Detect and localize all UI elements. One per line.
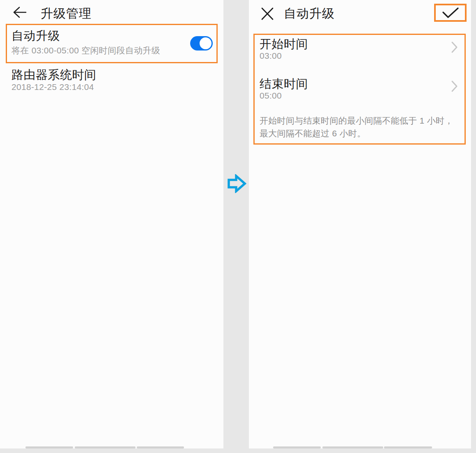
auto-upgrade-subtitle: 将在 03:00-05:00 空闲时间段自动升级 [11,45,160,56]
router-system-time-item: 路由器系统时间 2018-12-25 23:14:04 [0,66,223,94]
back-arrow-icon[interactable] [12,6,27,19]
chevron-right-icon [451,41,458,53]
start-time-label: 开始时间 [260,36,308,53]
auto-upgrade-title: 自动升级 [11,28,60,44]
start-time-value: 03:00 [260,51,282,61]
chevron-right-icon [451,80,458,92]
nav-bar-segment[interactable] [75,446,136,448]
end-time-label: 结束时间 [260,76,308,92]
auto-upgrade-toggle[interactable] [190,36,213,51]
confirm-button[interactable] [434,4,467,22]
router-time-value: 2018-12-25 23:14:04 [11,82,94,92]
upgrade-management-screen: 升级管理 自动升级 将在 03:00-05:00 空闲时间段自动升级 路由器系统… [0,0,223,448]
page-title: 自动升级 [284,5,335,22]
auto-upgrade-screen: 自动升级 开始时间 03:00 结束时间 05:00 开始时间与结束时间的最小间… [249,0,471,448]
nav-bar-segment[interactable] [25,446,73,448]
time-interval-hint: 开始时间与结束时间的最小间隔不能低于 1 小时，最大间隔不能超过 6 小时。 [260,114,459,140]
start-time-row[interactable]: 开始时间 03:00 [249,34,471,69]
check-icon [442,7,459,18]
close-icon[interactable] [260,7,274,21]
nav-bar-segment[interactable] [384,446,432,448]
nav-bar-segment[interactable] [273,446,321,448]
page-title: 升级管理 [41,5,92,22]
router-time-title: 路由器系统时间 [11,67,97,83]
end-time-row[interactable]: 结束时间 05:00 [249,74,471,109]
nav-bar-segment[interactable] [137,446,184,448]
transition-arrow-right-icon [227,174,246,193]
nav-bar-segment[interactable] [322,446,383,448]
end-time-value: 05:00 [260,91,282,101]
toggle-knob [200,37,212,49]
auto-upgrade-item[interactable]: 自动升级 将在 03:00-05:00 空闲时间段自动升级 [0,24,223,63]
